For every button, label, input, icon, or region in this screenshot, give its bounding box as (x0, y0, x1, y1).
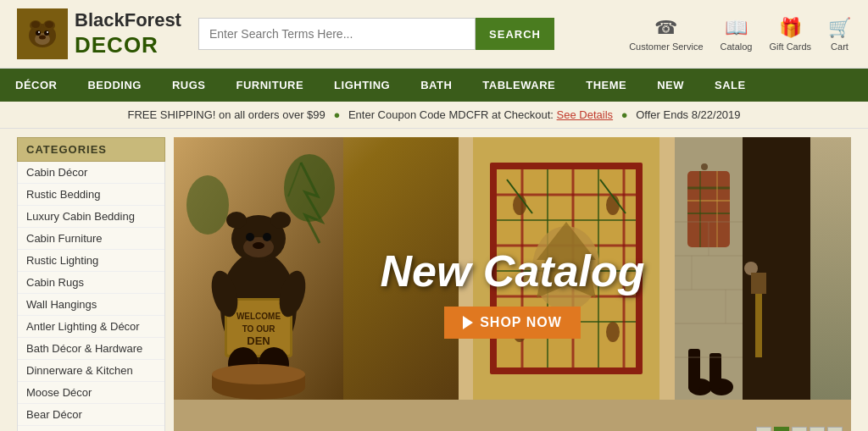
logo-area: BlackForest DECOR (17, 8, 181, 59)
svg-point-4 (31, 21, 40, 28)
brand-name-top: BlackForest (75, 9, 181, 31)
nav-item-furniture[interactable]: FURNITURE (220, 69, 319, 102)
promo-dot-1: ● (333, 108, 340, 121)
rug-svg (473, 137, 659, 400)
logo-text: BlackForest DECOR (75, 9, 181, 58)
slide-dot-5[interactable]: 5 (827, 427, 843, 431)
cart-icon: 🛒 (828, 17, 851, 39)
sidebar-link-cabin-furniture[interactable]: Cabin Furniture (18, 228, 164, 250)
sidebar: CATEGORIES Cabin Décor Rustic Bedding Lu… (17, 137, 165, 431)
entryway-svg (675, 137, 810, 400)
list-item: Cabin Décor (18, 162, 164, 184)
customer-service-icon: ☎ (654, 17, 677, 39)
svg-point-17 (226, 212, 247, 229)
sidebar-link-antler-lighting[interactable]: Antler Lighting & Décor (18, 316, 164, 338)
promo-bar: FREE SHIPPING! on all orders over $99 ● … (0, 102, 868, 129)
nav-item-lighting[interactable]: LIGHTING (319, 69, 405, 102)
gift-cards-link[interactable]: 🎁 Gift Cards (769, 17, 811, 52)
nav-item-tableware[interactable]: TABLEWARE (467, 69, 570, 102)
sidebar-link-wall-hangings[interactable]: Wall Hangings (18, 294, 164, 316)
search-button[interactable]: SEARCH (476, 18, 554, 50)
sidebar-link-luxury-bedding[interactable]: Luxury Cabin Bedding (18, 206, 164, 228)
sidebar-link-dinnerware[interactable]: Dinnerware & Kitchen (18, 360, 164, 382)
sidebar-link-rustic-bedding[interactable]: Rustic Bedding (18, 184, 164, 206)
sidebar-link-bear-decor[interactable]: Bear Décor (18, 404, 164, 426)
search-input[interactable] (198, 18, 476, 50)
main-nav: DÉCOR BEDDING RUGS FURNITURE LIGHTING BA… (0, 69, 868, 102)
svg-point-5 (45, 21, 53, 28)
list-item: Luxury Cabin Bedding (18, 206, 164, 228)
svg-point-11 (47, 31, 48, 33)
hero-entryway-panel (675, 137, 851, 400)
sidebar-link-fishing-decor[interactable]: Fishing Décor (18, 426, 164, 431)
svg-text:DEN: DEN (247, 334, 270, 347)
sidebar-link-rustic-lighting[interactable]: Rustic Lighting (18, 250, 164, 272)
promo-see-details-link[interactable]: See Details (557, 108, 613, 121)
list-item: Antler Lighting & Décor (18, 316, 164, 338)
hero-rug-panel (459, 137, 676, 400)
main-content: CATEGORIES Cabin Décor Rustic Bedding Lu… (0, 129, 868, 431)
nav-item-new[interactable]: NEW (642, 69, 699, 102)
catalog-link[interactable]: 📖 Catalog (721, 17, 753, 52)
slide-dot-3[interactable]: 3 (792, 427, 807, 431)
list-item: Bath Décor & Hardware (18, 338, 164, 360)
shop-now-button[interactable]: SHOP NOW (444, 307, 581, 339)
bear-statue-svg: WELCOME TO OUR DEN (174, 137, 343, 400)
list-item: Dinnerware & Kitchen (18, 360, 164, 382)
list-item: Bear Décor (18, 404, 164, 426)
list-item: Wall Hangings (18, 294, 164, 316)
cart-link[interactable]: 🛒 Cart (828, 17, 851, 52)
nav-item-bath[interactable]: BATH (405, 69, 467, 102)
sidebar-link-cabin-decor[interactable]: Cabin Décor (18, 162, 164, 184)
cart-label: Cart (831, 41, 849, 52)
slide-dots: 1 2 3 4 5 (756, 427, 843, 431)
gift-cards-label: Gift Cards (769, 41, 811, 52)
svg-point-9 (39, 36, 46, 40)
nav-item-decor[interactable]: DÉCOR (0, 69, 72, 102)
svg-text:WELCOME: WELCOME (236, 312, 281, 321)
catalog-label: Catalog (721, 41, 753, 52)
nav-item-bedding[interactable]: BEDDING (72, 69, 156, 102)
customer-service-link[interactable]: ☎ Customer Service (629, 17, 703, 52)
svg-point-10 (38, 31, 40, 33)
promo-offer-ends: Offer Ends 8/22/2019 (636, 108, 740, 121)
svg-rect-68 (688, 349, 700, 390)
nav-item-theme[interactable]: THEME (570, 69, 642, 102)
svg-point-20 (246, 233, 254, 241)
promo-text-shipping: FREE SHIPPING! on all orders over $99 (127, 108, 325, 121)
svg-point-18 (270, 212, 291, 229)
header-icons: ☎ Customer Service 📖 Catalog 🎁 Gift Card… (629, 17, 851, 52)
list-item: Rustic Bedding (18, 184, 164, 206)
slide-dot-1[interactable]: 1 (756, 427, 771, 431)
nav-item-sale[interactable]: SALE (699, 69, 761, 102)
shop-now-label: SHOP NOW (480, 315, 562, 330)
svg-text:TO OUR: TO OUR (242, 324, 275, 334)
svg-point-53 (606, 322, 620, 342)
svg-rect-59 (751, 273, 766, 294)
hero-bear-panel: WELCOME TO OUR DEN (174, 137, 459, 400)
sidebar-link-cabin-rugs[interactable]: Cabin Rugs (18, 272, 164, 294)
sidebar-link-moose-decor[interactable]: Moose Décor (18, 382, 164, 404)
sidebar-link-bath-decor[interactable]: Bath Décor & Hardware (18, 338, 164, 360)
hero-banner: WELCOME TO OUR DEN (174, 137, 851, 431)
list-item: Fishing Décor (18, 426, 164, 431)
list-item: Cabin Rugs (18, 272, 164, 294)
nav-item-rugs[interactable]: RUGS (157, 69, 221, 102)
list-item: Rustic Lighting (18, 250, 164, 272)
shop-now-arrow-icon (463, 316, 473, 329)
list-item: Moose Décor (18, 382, 164, 404)
promo-text-coupon: Enter Coupon Code MDCFR at Checkout: (348, 108, 554, 121)
customer-service-label: Customer Service (629, 41, 703, 52)
slide-dot-2[interactable]: 2 (774, 427, 789, 431)
slide-dot-4[interactable]: 4 (810, 427, 825, 431)
svg-point-21 (263, 233, 271, 241)
list-item: Cabin Furniture (18, 228, 164, 250)
svg-point-22 (253, 242, 264, 249)
svg-rect-58 (755, 290, 762, 357)
svg-point-14 (186, 175, 229, 235)
logo-bear-image (17, 8, 68, 59)
search-area: SEARCH (198, 18, 554, 50)
svg-point-34 (212, 364, 305, 384)
svg-point-7 (36, 30, 41, 36)
promo-dot-2: ● (621, 108, 628, 121)
